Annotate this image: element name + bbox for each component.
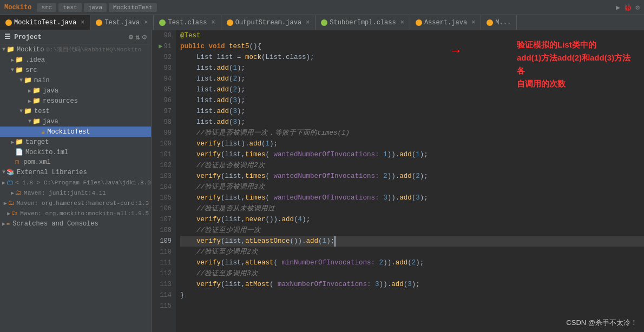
line-num-104: 104	[152, 182, 172, 192]
tab-more[interactable]: M...	[481, 15, 517, 30]
top-bar-tab-src[interactable]: src	[37, 3, 56, 12]
arrow-test-java: ▼	[28, 118, 31, 124]
tab-test-java[interactable]: Test.java ×	[90, 15, 154, 30]
end113: (	[404, 279, 408, 290]
fn-add-103: add	[399, 171, 412, 182]
code-line-97: list.add(3);	[180, 106, 644, 117]
line-num-110: 110	[152, 247, 172, 257]
maven-icon-hamcrest: 🗂	[8, 199, 15, 207]
line-num-97: 97	[152, 106, 172, 117]
nu-3a: 3	[233, 95, 238, 106]
sidebar: ☰ Project ⊕ ⇅ ⚙ ▼ 📁 Mockito D:\项目代码\Rabb…	[0, 30, 152, 332]
sidebar-icon-gear[interactable]: ⚙	[142, 32, 147, 42]
tab-close-outputstream[interactable]: ×	[306, 19, 310, 26]
tab-stubberimpl[interactable]: StubberImpl.class ×	[316, 15, 410, 30]
top-bar-tab-test[interactable]: test	[58, 3, 81, 12]
pu-add2a: (	[229, 74, 233, 84]
java-icon-mockitotest: ☕	[41, 128, 45, 136]
arrow-external: ▼	[2, 169, 5, 175]
tree-item-pom-xml[interactable]: ▶ m pom.xml	[0, 157, 151, 167]
line-num-115: 115	[152, 301, 172, 311]
line-num-101: 101	[152, 149, 172, 160]
end103b: );	[420, 171, 428, 182]
tree-item-mockito-iml[interactable]: ▶ 📄 Mockito.iml	[0, 147, 151, 157]
code-line-100: verify(list).add(1);	[180, 138, 644, 149]
tree-item-mockitotest-file[interactable]: ▶ ☕ MockitoTest	[0, 127, 151, 137]
fn-times-103: times	[245, 171, 266, 182]
tab-close-test-class[interactable]: ×	[211, 19, 215, 26]
tree-item-test-java[interactable]: ▼ 📁 java	[0, 116, 151, 127]
tree-item-main[interactable]: ▼ 📁 main	[0, 75, 151, 85]
fn-verify-111: verify	[196, 257, 221, 268]
pu-v100: (list).	[221, 138, 249, 149]
arrow-resources: ▶	[28, 98, 31, 104]
nu-times-105: 3	[383, 192, 387, 203]
kw-public: public	[180, 41, 209, 52]
top-bar-tab-mockitotest[interactable]: MockitoTest	[109, 3, 157, 12]
tree-item-resources[interactable]: ▶ 📁 resources	[0, 96, 151, 106]
tab-outputstream[interactable]: OutputStream.java ×	[221, 15, 316, 30]
arrow-main: ▼	[19, 77, 23, 83]
tab-label-more: M...	[495, 19, 511, 26]
sidebar-icon-arrows[interactable]: ⇅	[135, 32, 140, 42]
tree-item-mockito[interactable]: ▼ 📁 Mockito D:\项目代码\RabbitMQ\Mockito	[0, 44, 151, 55]
line-num-107: 107	[152, 214, 172, 225]
folder-icon-main: 📁	[24, 76, 32, 84]
tree-item-external-libs[interactable]: ▼ 📚 External Libraries	[0, 167, 151, 177]
sidebar-title: ☰ Project	[4, 33, 42, 41]
tree-item-hamcrest[interactable]: ▶ 🗂 Maven: org.hamcrest:hamcrest-core:1.…	[0, 198, 151, 208]
tab-label-stubberimpl: StubberImpl.class	[330, 19, 396, 26]
top-bar-tab-java[interactable]: java	[84, 3, 107, 12]
toolbar-settings-icon[interactable]: ⚙	[635, 3, 640, 12]
tree-label-mockito: Mockito	[17, 46, 44, 54]
java-file-icon2	[96, 19, 102, 26]
fn-add-3b: add	[217, 106, 229, 117]
pu-v101b: (	[266, 149, 270, 160]
sidebar-icon-plus[interactable]: ⊕	[129, 32, 133, 42]
tab-close-assert[interactable]: ×	[471, 19, 475, 26]
tab-label-outputstream: OutputStream.java	[235, 19, 301, 26]
tab-test-class[interactable]: Test.class ×	[154, 15, 221, 30]
tree-item-src[interactable]: ▼ 📁 src	[0, 65, 151, 75]
line-num-99: 99	[152, 128, 172, 138]
end3c: );	[237, 117, 245, 128]
toolbar-run-icon[interactable]: ▶	[616, 3, 620, 12]
tree-label-main-java: java	[43, 87, 58, 95]
tab-mockitotest-java[interactable]: MockitoTest.java ×	[0, 15, 90, 30]
top-bar: Mockito src test java MockitoTest ▶ 🐞 ⚙	[0, 0, 644, 15]
toolbar-debug-icon[interactable]: 🐞	[623, 3, 632, 12]
line-num-108: 108	[152, 225, 172, 236]
tree-label-test: test	[34, 108, 50, 115]
tab-close-test-java[interactable]: ×	[144, 19, 148, 26]
tree-label-resources: resources	[43, 97, 78, 105]
tree-item-junit[interactable]: ▶ 🗂 Maven: junit:junit:4.11	[0, 188, 151, 198]
pm-max-113: maxNumberOfInvocations:	[274, 279, 376, 290]
tab-close-mockitotest[interactable]: ×	[81, 19, 84, 26]
tree-item-jdk[interactable]: ▶ 🗃 < 1.8 > C:\Program Files\Java\jdk1.8…	[0, 177, 151, 188]
arrow-main-java: ▶	[28, 88, 31, 94]
fn-add-3a: add	[217, 95, 229, 106]
fn-add-1a: add	[217, 63, 229, 74]
tree-item-test[interactable]: ▼ 📁 test	[0, 106, 151, 116]
pu-v111b: (	[274, 257, 278, 268]
tab-assert[interactable]: Assert.java ×	[410, 15, 481, 30]
code-editor[interactable]: @Test public void test5(){ List list = m…	[176, 30, 644, 332]
end107: (	[294, 214, 298, 225]
fn-add-3c: add	[217, 117, 229, 128]
tp-list: List	[196, 52, 217, 63]
pu-paren2: (	[261, 52, 266, 63]
tree-item-idea[interactable]: ▶ 📁 .idea	[0, 55, 151, 65]
list-add-3a: list.	[196, 95, 217, 106]
code-line-112: //验证至多调用3次	[180, 268, 644, 279]
tree-item-mockito-lib[interactable]: ▶ 🗂 Maven: org.mockito:mockito-all:1.9.5	[0, 208, 151, 218]
tree-item-scratches[interactable]: ▶ ✏ Scratches and Consoles	[0, 218, 151, 229]
tree-label-test-java: java	[43, 118, 58, 125]
fn-times-101: times	[245, 149, 266, 160]
tree-item-target[interactable]: ▶ 📁 target	[0, 137, 151, 147]
code-line-102: //验证是否被调用2次	[180, 160, 644, 171]
tab-close-stubberimpl[interactable]: ×	[400, 19, 404, 26]
tree-item-main-java[interactable]: ▶ 📁 java	[0, 85, 151, 96]
tree-label-external-libs: External Libraries	[17, 169, 87, 176]
arrow-test: ▼	[19, 108, 23, 114]
tree-label-pom-xml: pom.xml	[23, 158, 50, 166]
